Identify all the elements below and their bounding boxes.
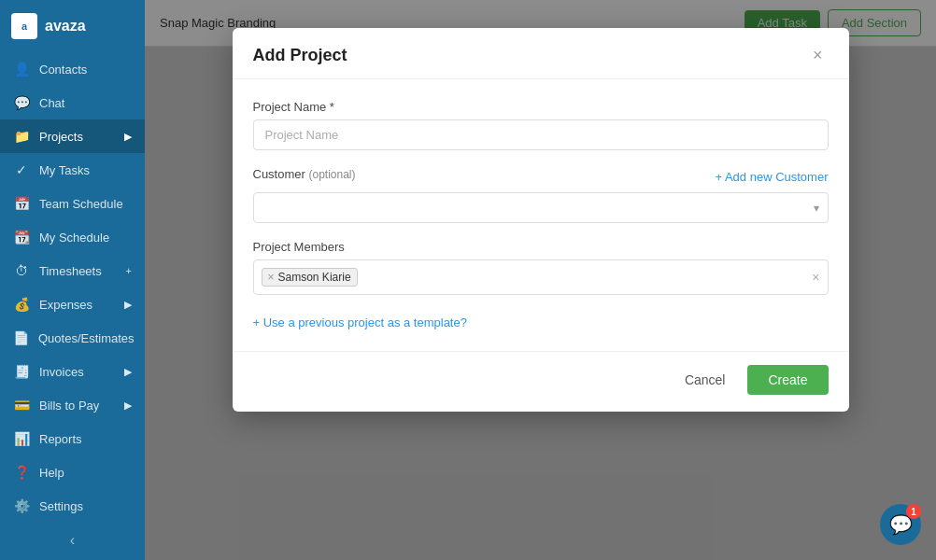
sidebar-item-label: Chat xyxy=(39,96,64,110)
sidebar-item-timesheets[interactable]: ⏱ Timesheets + xyxy=(0,254,145,287)
sidebar-item-label: Help xyxy=(39,466,64,480)
sidebar-item-label: Projects xyxy=(39,130,83,144)
sidebar-item-chat[interactable]: 💬 Chat xyxy=(0,86,145,119)
plus-icon: + xyxy=(126,265,132,276)
member-name: Samson Kiarie xyxy=(278,271,351,284)
sidebar-item-label: Settings xyxy=(39,499,83,513)
customer-optional: (optional) xyxy=(308,168,355,181)
timesheets-icon: ⏱ xyxy=(13,263,30,278)
create-button[interactable]: Create xyxy=(747,365,828,395)
modal-header: Add Project × xyxy=(233,28,849,79)
modal-title: Add Project xyxy=(253,46,347,65)
reports-icon: 📊 xyxy=(13,431,30,446)
customer-label-row: Customer (optional) + Add new Customer xyxy=(253,167,829,187)
sidebar-item-label: Timesheets xyxy=(39,264,102,278)
customer-select[interactable] xyxy=(253,192,829,223)
sidebar-nav: 👤 Contacts 💬 Chat 📁 Projects ▶ ✓ My Task… xyxy=(0,52,145,523)
chat-bubble-button[interactable]: 💬 1 xyxy=(880,504,921,545)
sidebar-item-label: Quotes/Estimates xyxy=(38,331,135,345)
sidebar-item-label: Bills to Pay xyxy=(39,399,99,413)
chat-notification-badge: 1 xyxy=(906,504,921,519)
invoices-icon: 🧾 xyxy=(13,364,30,379)
sidebar-collapse-button[interactable]: ‹ xyxy=(0,523,145,558)
quotes-icon: 📄 xyxy=(13,330,29,345)
bills-icon: 💳 xyxy=(13,398,30,413)
logo-icon: a xyxy=(11,13,37,39)
member-tag: × Samson Kiarie xyxy=(262,268,358,287)
sidebar-item-label: Contacts xyxy=(39,63,87,77)
sidebar-item-contacts[interactable]: 👤 Contacts xyxy=(0,52,145,86)
my-schedule-icon: 📆 xyxy=(13,230,30,245)
settings-icon: ⚙️ xyxy=(13,498,30,513)
sidebar-item-help[interactable]: ❓ Help xyxy=(0,455,145,489)
contacts-icon: 👤 xyxy=(13,62,30,77)
modal-footer: Cancel Create xyxy=(233,351,849,412)
sidebar-item-label: My Schedule xyxy=(39,231,109,245)
chevron-right-icon: ▶ xyxy=(124,366,132,378)
sidebar-item-label: Team Schedule xyxy=(39,197,123,211)
cancel-button[interactable]: Cancel xyxy=(672,366,739,394)
sidebar-item-my-tasks[interactable]: ✓ My Tasks xyxy=(0,153,145,187)
modal-overlay: Add Project × Project Name * Customer (o… xyxy=(145,0,936,560)
add-project-modal: Add Project × Project Name * Customer (o… xyxy=(233,28,849,412)
modal-body: Project Name * Customer (optional) + Add… xyxy=(233,79,849,351)
sidebar-item-label: Expenses xyxy=(39,298,92,312)
sidebar-item-reports[interactable]: 📊 Reports xyxy=(0,422,145,455)
sidebar-item-label: My Tasks xyxy=(39,163,90,177)
project-members-group: Project Members × Samson Kiarie × xyxy=(253,240,829,295)
chat-icon: 💬 xyxy=(13,95,30,110)
sidebar-item-quotes[interactable]: 📄 Quotes/Estimates xyxy=(0,321,145,355)
sidebar-item-bills-to-pay[interactable]: 💳 Bills to Pay ▶ xyxy=(0,388,145,422)
chevron-right-icon: ▶ xyxy=(124,299,132,311)
sidebar-item-my-schedule[interactable]: 📆 My Schedule xyxy=(0,220,145,254)
add-new-customer-link[interactable]: + Add new Customer xyxy=(715,170,828,184)
sidebar-item-team-schedule[interactable]: 📅 Team Schedule xyxy=(0,187,145,220)
customer-select-wrap: ▾ xyxy=(253,192,829,223)
sidebar-logo[interactable]: a avaza xyxy=(0,0,145,52)
sidebar-item-expenses[interactable]: 💰 Expenses ▶ xyxy=(0,287,145,321)
chevron-right-icon: ▶ xyxy=(124,131,132,143)
team-schedule-icon: 📅 xyxy=(13,196,30,211)
sidebar-item-label: Reports xyxy=(39,432,82,446)
tasks-icon: ✓ xyxy=(13,162,30,177)
chevron-left-icon: ‹ xyxy=(70,532,75,549)
expenses-icon: 💰 xyxy=(13,297,30,312)
customer-group: Customer (optional) + Add new Customer ▾ xyxy=(253,167,829,223)
projects-icon: 📁 xyxy=(13,129,30,144)
member-remove-button[interactable]: × xyxy=(268,272,275,283)
chevron-right-icon: ▶ xyxy=(124,399,132,412)
project-members-label: Project Members xyxy=(253,240,829,254)
sidebar-item-label: Invoices xyxy=(39,365,84,379)
sidebar: a avaza 👤 Contacts 💬 Chat 📁 Projects ▶ ✓… xyxy=(0,0,145,560)
use-template-link[interactable]: + Use a previous project as a template? xyxy=(253,315,467,329)
sidebar-item-settings[interactable]: ⚙️ Settings xyxy=(0,489,145,523)
project-name-group: Project Name * xyxy=(253,100,829,150)
sidebar-item-projects[interactable]: 📁 Projects ▶ xyxy=(0,119,145,153)
customer-label: Customer (optional) xyxy=(253,167,356,181)
main-area: Snap Magic Branding Add Task Add Section… xyxy=(145,0,936,560)
help-icon: ❓ xyxy=(13,465,30,480)
modal-close-button[interactable]: × xyxy=(807,45,829,65)
members-clear-button[interactable]: × xyxy=(812,271,819,284)
members-field[interactable]: × Samson Kiarie × xyxy=(253,259,829,295)
project-name-label: Project Name * xyxy=(253,100,829,114)
project-name-input[interactable] xyxy=(253,119,829,150)
sidebar-item-invoices[interactable]: 🧾 Invoices ▶ xyxy=(0,355,145,388)
sidebar-bottom: ‹ xyxy=(0,523,145,560)
logo-text: avaza xyxy=(45,18,86,35)
